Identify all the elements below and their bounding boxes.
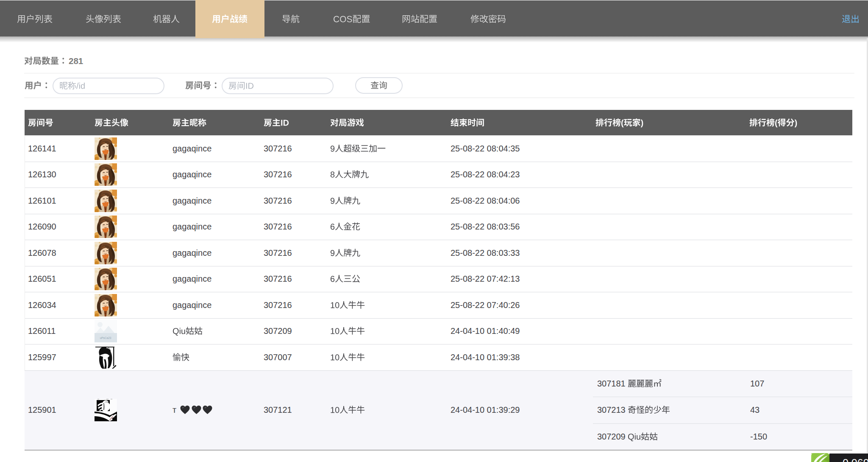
svg-text:uPsCa23: uPsCa23	[100, 336, 111, 339]
